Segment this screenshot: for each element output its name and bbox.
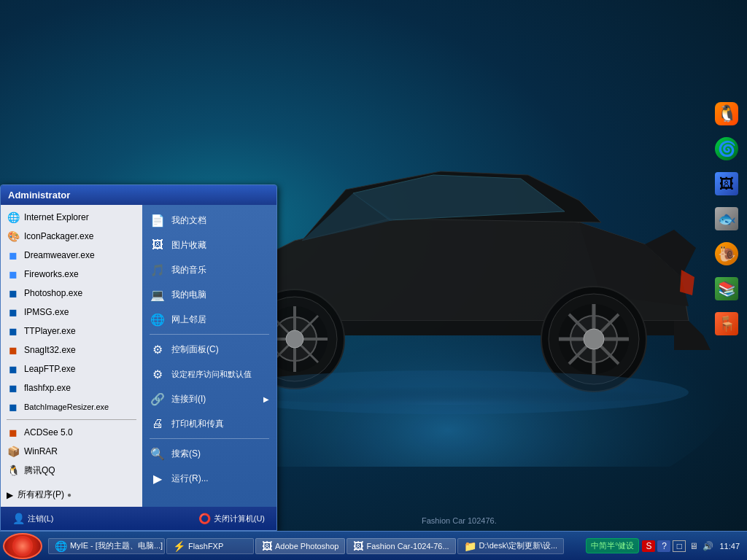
iconpackager-label: IconPackager.exe <box>24 231 93 241</box>
taskbar-item-flashfxp[interactable]: ⚡ FlashFXP <box>166 538 254 554</box>
right-panel: 📄 我的文档 🖼 图片收藏 🎵 我的音乐 💻 我的电脑 🌐 网上邻 <box>142 205 276 507</box>
desktop-icon-fish[interactable]: 🐟 <box>712 207 741 236</box>
tray-icon-volume[interactable]: 🔊 <box>702 540 713 552</box>
left-panel-item-snagit[interactable]: ◼ SnagIt32.exe <box>1 341 142 359</box>
left-panel-item-ttplayer[interactable]: ◼ TTPlayer.exe <box>1 322 142 341</box>
left-panel-item-batchimage[interactable]: ◼ BatchImageResizer.exe <box>1 397 142 416</box>
my-music-label: 我的音乐 <box>171 264 206 276</box>
tray-icons: S ? □ 🖥 🔊 <box>642 540 713 552</box>
right-panel-my-music[interactable]: 🎵 我的音乐 <box>142 257 276 282</box>
tray-icon-box[interactable]: □ <box>673 540 686 552</box>
tray-icon-question[interactable]: ? <box>657 540 670 552</box>
watermark: Fashion Car 102476. <box>422 516 497 525</box>
desktop-icon-books[interactable]: 📚 <box>712 277 741 306</box>
taskbar-item-fashioncar[interactable]: 🖼 Fashion Car-1024-76... <box>347 538 455 554</box>
dreamweaver-icon: ◼ <box>7 249 20 262</box>
desktop-icon-photo[interactable]: 🖼 <box>712 172 741 201</box>
desktop-icons: 🐧 🌀 🖼 🐟 🐌 📚 <box>712 102 741 341</box>
my-docs-icon: 📄 <box>150 212 166 228</box>
taskbar: 🌐 MyIE - [我的主题、电脑...] ⚡ FlashFXP 🖼 Adobe… <box>0 531 747 560</box>
snagit-icon: ◼ <box>7 343 20 357</box>
taskbar-items: 🌐 MyIE - [我的主题、电脑...] ⚡ FlashFXP 🖼 Adobe… <box>45 538 581 554</box>
desktop: 🐧 🌀 🖼 🐟 🐌 📚 <box>0 0 747 560</box>
flashfxp-label: flashfxp.exe <box>24 383 71 393</box>
qq-label: 腾讯QQ <box>24 464 55 477</box>
run-icon: ▶ <box>150 470 166 486</box>
left-panel-item-flashfxp[interactable]: ◼ flashfxp.exe <box>1 378 142 397</box>
taskbar-item-myie[interactable]: 🌐 MyIE - [我的主题、电脑...] <box>48 538 165 554</box>
right-panel-connect[interactable]: 🔗 连接到(I) ▶ <box>142 386 276 411</box>
taskbar-photoshop-icon: 🖼 <box>262 540 272 552</box>
control-panel-label: 控制面板(C) <box>171 343 219 356</box>
search-icon: 🔍 <box>150 446 166 462</box>
start-menu-header: Administrator <box>1 185 276 205</box>
right-panel-run[interactable]: ▶ 运行(R)... <box>142 466 276 491</box>
right-panel-divider1 <box>150 334 269 335</box>
network-label: 网上邻居 <box>171 314 206 326</box>
logout-button[interactable]: 👤 注销(L) <box>8 511 58 526</box>
taskbar-item-photoshop[interactable]: 🖼 Adobe Photoshop <box>255 538 345 554</box>
left-panel-item-ie[interactable]: 🌐 Internet Explorer <box>1 208 142 227</box>
desktop-icon-snail[interactable]: 🐌 <box>712 242 741 271</box>
left-panel-divider <box>7 419 136 420</box>
start-menu-username: Administrator <box>8 190 70 201</box>
right-panel-my-docs[interactable]: 📄 我的文档 <box>142 208 276 233</box>
taskbar-item-folder[interactable]: 📁 D:\desk\定制更新\设... <box>457 538 565 554</box>
photoshop-label: Photoshop.exe <box>24 288 82 298</box>
logout-label: 注销(L) <box>28 513 53 524</box>
right-panel-my-pics[interactable]: 🖼 图片收藏 <box>142 233 276 257</box>
dreamweaver-label: Dreamweaver.exe <box>24 250 95 260</box>
all-programs-icon: ▶ <box>7 490 13 500</box>
desktop-icon-qq[interactable]: 🐧 <box>712 102 741 131</box>
right-panel-control-panel[interactable]: ⚙ 控制面板(C) <box>142 337 276 362</box>
left-panel-item-qq[interactable]: 🐧 腾讯QQ <box>1 461 142 480</box>
ipmsg-label: IPMSG.exe <box>24 307 69 317</box>
bullet-icon: ● <box>67 491 71 499</box>
logout-icon: 👤 <box>12 513 25 524</box>
right-panel-my-computer[interactable]: 💻 我的电脑 <box>142 282 276 307</box>
right-panel-divider2 <box>150 438 269 439</box>
fireworks-label: Fireworks.exe <box>24 269 79 279</box>
left-panel-item-fireworks[interactable]: ◼ Fireworks.exe <box>1 265 142 284</box>
shutdown-label: 关闭计算机(U) <box>214 513 265 524</box>
iconpackager-icon: 🎨 <box>7 230 20 243</box>
watermark-text: Fashion Car 102476. <box>422 516 497 525</box>
right-panel-search[interactable]: 🔍 搜索(S) <box>142 441 276 466</box>
left-panel-item-photoshop[interactable]: ◼ Photoshop.exe <box>1 284 142 303</box>
ime-widget[interactable]: 中简半°健设 <box>586 538 639 553</box>
left-panel-item-ipmsg[interactable]: ◼ IPMSG.exe <box>1 303 142 322</box>
start-menu-footer: 👤 注销(L) ⭕ 关闭计算机(U) <box>1 507 276 530</box>
left-panel-item-iconpackager[interactable]: 🎨 IconPackager.exe <box>1 227 142 246</box>
left-panel-item-winrar[interactable]: 📦 WinRAR <box>1 442 142 461</box>
winrar-label: WinRAR <box>24 446 58 456</box>
left-panel-item-leapftp[interactable]: ◼ LeapFTP.exe <box>1 359 142 378</box>
taskbar-fashioncar-label: Fashion Car-1024-76... <box>366 542 449 551</box>
right-panel-network[interactable]: 🌐 网上邻居 <box>142 307 276 332</box>
ie-icon: 🌐 <box>7 211 20 224</box>
photoshop-icon: ◼ <box>7 287 20 300</box>
set-access-icon: ⚙ <box>150 366 166 382</box>
all-programs-button[interactable]: ▶ 所有程序(P) ● <box>1 486 142 504</box>
left-panel-item-acdsee[interactable]: ◼ ACDSee 5.0 <box>1 423 142 442</box>
flashfxp-icon: ◼ <box>7 381 20 394</box>
svg-point-9 <box>286 330 303 348</box>
taskbar-myie-icon: 🌐 <box>55 540 67 552</box>
left-panel-item-dreamweaver[interactable]: ◼ Dreamweaver.exe <box>1 246 142 265</box>
right-panel-printer[interactable]: 🖨 打印机和传真 <box>142 411 276 436</box>
ipmsg-icon: ◼ <box>7 306 20 319</box>
tray-icon-s[interactable]: S <box>642 540 655 552</box>
ime-label: 中简半°健设 <box>591 540 634 551</box>
all-programs-label: 所有程序(P) <box>18 489 64 501</box>
start-button[interactable] <box>3 533 42 559</box>
printer-icon: 🖨 <box>150 416 166 432</box>
right-panel-set-access[interactable]: ⚙ 设定程序访问和默认值 <box>142 362 276 386</box>
taskbar-time[interactable]: 11:47 <box>716 542 743 551</box>
tray-icon-network[interactable]: 🖥 <box>688 540 700 552</box>
ie-label: Internet Explorer <box>24 212 89 222</box>
shutdown-button[interactable]: ⭕ 关闭计算机(U) <box>194 511 269 526</box>
desktop-icon-browser[interactable]: 🌀 <box>712 137 741 166</box>
taskbar-folder-icon: 📁 <box>464 540 476 552</box>
connect-arrow: ▶ <box>263 395 269 403</box>
acdsee-label: ACDSee 5.0 <box>24 427 73 438</box>
desktop-icon-chair[interactable]: 🪑 <box>712 312 741 341</box>
